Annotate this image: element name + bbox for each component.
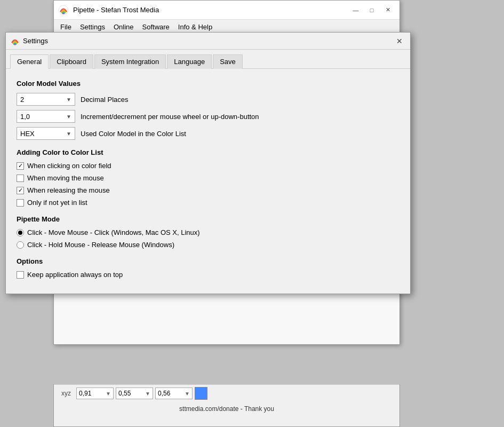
checkbox-row-2: When releasing the mouse [17,186,399,194]
radio-row-1: Click - Hold Mouse - Release Mouse (Wind… [17,241,399,249]
settings-close-button[interactable]: ✕ [393,36,406,46]
settings-icon [10,36,20,46]
color-model-label: Used Color Model in the Color List [81,130,186,138]
radio-click-move-click-label: Click - Move Mouse - Click (Windows, Mac… [27,228,200,236]
coord2-arrow: ▼ [145,391,150,397]
checkbox-clicking-color-field[interactable] [17,162,24,170]
adding-color-divider: Adding Color to Color List [17,148,399,156]
settings-tabs: General Clipboard System Integration Lan… [6,50,410,69]
coord-input-2[interactable]: 0,55 ▼ [116,388,153,399]
checkbox-always-on-top[interactable] [17,271,24,279]
tab-system-integration[interactable]: System Integration [94,54,166,69]
decimal-places-arrow: ▼ [66,97,71,102]
pipette-mode-section-title: Pipette Mode [17,215,399,223]
increment-row: 1,0 ▼ Increment/decrement per mouse whee… [17,110,399,123]
coord1-arrow: ▼ [106,391,111,397]
checkbox-row-0: When clicking on color field [17,162,399,170]
menu-settings[interactable]: Settings [76,21,109,33]
decimal-places-row: 2 ▼ Decimal Places [17,93,399,106]
menu-file[interactable]: File [56,21,76,33]
bg-app-title: Pipette - Stefan Trost Media [73,6,348,14]
increment-dropdown[interactable]: 1,0 ▼ [17,110,75,123]
menu-software[interactable]: Software [138,21,174,33]
settings-title: Settings [23,37,393,45]
color-preview-box [195,387,207,400]
checkbox-not-yet-in-list-label: Only if not yet in list [27,199,87,207]
color-model-dropdown[interactable]: HEX ▼ [17,127,75,140]
settings-window: Settings ✕ General Clipboard System Inte… [5,32,411,294]
coord-input-1[interactable]: 0,91 ▼ [76,388,114,399]
radio-row-0: Click - Move Mouse - Click (Windows, Mac… [17,228,399,236]
checkbox-moving-mouse-label: When moving the mouse [27,174,104,182]
checkbox-releasing-mouse[interactable] [17,187,24,194]
increment-arrow: ▼ [66,114,71,120]
radio-click-hold-release-label: Click - Hold Mouse - Release Mouse (Wind… [27,241,174,249]
bg-coord-row: xyz 0,91 ▼ 0,55 ▼ 0,56 ▼ [54,384,399,402]
bg-statusbar-area: xyz 0,91 ▼ 0,55 ▼ 0,56 ▼ sttmedia.com/do… [53,384,400,427]
checkbox-moving-mouse[interactable] [17,175,24,182]
options-section-title: Options [17,257,399,265]
decimal-places-dropdown[interactable]: 2 ▼ [17,93,75,106]
settings-titlebar: Settings ✕ [6,33,410,50]
decimal-places-value: 2 [20,96,24,104]
app-icon [58,5,69,15]
checkbox-not-yet-in-list[interactable] [17,199,24,207]
tab-general[interactable]: General [10,54,49,69]
color-model-row: HEX ▼ Used Color Model in the Color List [17,127,399,140]
pipette-mode-divider: Pipette Mode [17,215,399,223]
checkbox-clicking-color-field-label: When clicking on color field [27,162,111,170]
checkbox-row-1: When moving the mouse [17,174,399,182]
menu-online[interactable]: Online [109,21,138,33]
bg-close-button[interactable]: ✕ [380,4,395,17]
menu-info-help[interactable]: Info & Help [174,21,217,33]
increment-label: Increment/decrement per mouse wheel or u… [81,113,259,121]
bg-minimize-button[interactable]: — [348,4,363,17]
coord-input-3[interactable]: 0,56 ▼ [155,388,193,399]
tab-clipboard[interactable]: Clipboard [50,54,93,69]
increment-value: 1,0 [20,113,30,121]
checkbox-always-on-top-row: Keep application always on top [17,271,399,279]
checkbox-always-on-top-label: Keep application always on top [27,271,123,279]
radio-click-move-click[interactable] [17,229,24,236]
checkbox-releasing-mouse-label: When releasing the mouse [27,186,110,194]
tab-save[interactable]: Save [213,54,243,69]
options-divider: Options [17,257,399,265]
bg-window-controls: — □ ✕ [348,4,395,17]
color-model-arrow: ▼ [66,131,71,137]
bg-titlebar: Pipette - Stefan Trost Media — □ ✕ [54,1,399,20]
color-model-section-title: Color Model Values [17,80,399,88]
color-model-value: HEX [20,130,35,138]
donate-statusbar: sttmedia.com/donate - Thank you [54,402,399,416]
coord3-arrow: ▼ [185,391,190,397]
decimal-places-label: Decimal Places [81,96,129,104]
radio-click-hold-release[interactable] [17,241,24,249]
settings-content: Color Model Values 2 ▼ Decimal Places 1,… [6,69,410,294]
coord-label: xyz [58,389,74,398]
tab-language[interactable]: Language [167,54,212,69]
checkbox-row-3: Only if not yet in list [17,199,399,207]
bg-maximize-button[interactable]: □ [364,4,379,17]
adding-color-section-title: Adding Color to Color List [17,148,399,156]
